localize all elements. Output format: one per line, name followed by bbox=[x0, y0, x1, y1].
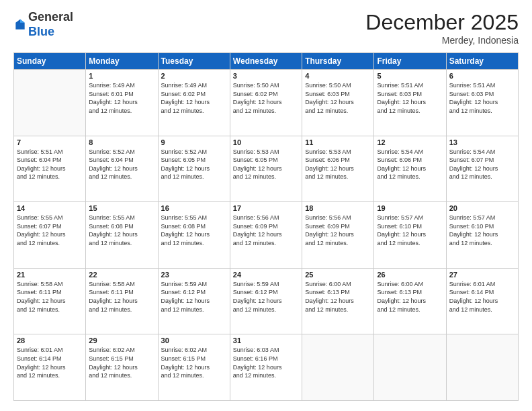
day-number: 7 bbox=[17, 138, 83, 146]
day-number: 6 bbox=[449, 72, 515, 80]
calendar-cell: 13Sunrise: 5:54 AM Sunset: 6:07 PM Dayli… bbox=[446, 136, 518, 202]
day-number: 10 bbox=[233, 138, 299, 146]
day-number: 28 bbox=[17, 336, 83, 345]
day-info: Sunrise: 5:54 AM Sunset: 6:06 PM Dayligh… bbox=[377, 148, 443, 181]
calendar-week-4: 21Sunrise: 5:58 AM Sunset: 6:11 PM Dayli… bbox=[14, 268, 519, 334]
day-number: 15 bbox=[89, 204, 154, 212]
calendar-cell: 29Sunrise: 6:02 AM Sunset: 6:15 PM Dayli… bbox=[86, 334, 158, 401]
day-info: Sunrise: 5:56 AM Sunset: 6:09 PM Dayligh… bbox=[305, 214, 371, 247]
day-number: 11 bbox=[305, 138, 371, 146]
day-info: Sunrise: 5:58 AM Sunset: 6:11 PM Dayligh… bbox=[89, 280, 154, 314]
day-info: Sunrise: 5:55 AM Sunset: 6:08 PM Dayligh… bbox=[89, 214, 154, 247]
calendar-cell: 19Sunrise: 5:57 AM Sunset: 6:10 PM Dayli… bbox=[374, 202, 446, 269]
day-header-wednesday: Wednesday bbox=[230, 53, 302, 70]
header: General Blue December 2025 Merdey, Indon… bbox=[13, 10, 519, 46]
day-info: Sunrise: 5:51 AM Sunset: 6:04 PM Dayligh… bbox=[17, 148, 83, 181]
day-info: Sunrise: 5:59 AM Sunset: 6:12 PM Dayligh… bbox=[233, 280, 299, 314]
day-number: 29 bbox=[89, 336, 154, 345]
location: Merdey, Indonesia bbox=[365, 35, 519, 46]
calendar-week-3: 14Sunrise: 5:55 AM Sunset: 6:07 PM Dayli… bbox=[14, 202, 519, 269]
day-number: 27 bbox=[449, 271, 515, 279]
day-number: 26 bbox=[377, 271, 443, 279]
day-number: 9 bbox=[161, 138, 227, 146]
day-info: Sunrise: 5:57 AM Sunset: 6:10 PM Dayligh… bbox=[377, 214, 443, 247]
calendar-cell: 16Sunrise: 5:55 AM Sunset: 6:08 PM Dayli… bbox=[158, 202, 230, 269]
calendar-cell: 11Sunrise: 5:53 AM Sunset: 6:06 PM Dayli… bbox=[302, 136, 374, 202]
calendar-cell bbox=[374, 334, 446, 401]
calendar-cell: 8Sunrise: 5:52 AM Sunset: 6:04 PM Daylig… bbox=[86, 136, 158, 202]
day-info: Sunrise: 5:55 AM Sunset: 6:08 PM Dayligh… bbox=[161, 214, 227, 247]
day-number: 4 bbox=[305, 72, 371, 80]
day-info: Sunrise: 5:57 AM Sunset: 6:10 PM Dayligh… bbox=[449, 214, 515, 247]
day-header-tuesday: Tuesday bbox=[158, 53, 230, 70]
calendar-week-1: 1Sunrise: 5:49 AM Sunset: 6:01 PM Daylig… bbox=[14, 70, 519, 136]
day-info: Sunrise: 5:52 AM Sunset: 6:04 PM Dayligh… bbox=[89, 148, 154, 181]
day-info: Sunrise: 5:50 AM Sunset: 6:02 PM Dayligh… bbox=[233, 81, 299, 115]
calendar-cell: 7Sunrise: 5:51 AM Sunset: 6:04 PM Daylig… bbox=[14, 136, 86, 202]
day-info: Sunrise: 5:50 AM Sunset: 6:03 PM Dayligh… bbox=[305, 81, 371, 115]
day-number: 2 bbox=[161, 72, 227, 80]
calendar-cell: 6Sunrise: 5:51 AM Sunset: 6:03 PM Daylig… bbox=[446, 70, 518, 136]
day-number: 3 bbox=[233, 72, 299, 80]
day-info: Sunrise: 6:00 AM Sunset: 6:13 PM Dayligh… bbox=[305, 280, 371, 314]
calendar-cell: 12Sunrise: 5:54 AM Sunset: 6:06 PM Dayli… bbox=[374, 136, 446, 202]
day-info: Sunrise: 6:02 AM Sunset: 6:15 PM Dayligh… bbox=[161, 346, 227, 379]
day-info: Sunrise: 5:56 AM Sunset: 6:09 PM Dayligh… bbox=[233, 214, 299, 247]
day-number: 13 bbox=[449, 138, 515, 146]
calendar-cell: 26Sunrise: 6:00 AM Sunset: 6:13 PM Dayli… bbox=[374, 268, 446, 334]
day-info: Sunrise: 5:52 AM Sunset: 6:05 PM Dayligh… bbox=[161, 148, 227, 181]
day-info: Sunrise: 5:58 AM Sunset: 6:11 PM Dayligh… bbox=[17, 280, 83, 314]
calendar-cell: 4Sunrise: 5:50 AM Sunset: 6:03 PM Daylig… bbox=[302, 70, 374, 136]
day-info: Sunrise: 5:59 AM Sunset: 6:12 PM Dayligh… bbox=[161, 280, 227, 314]
day-header-monday: Monday bbox=[86, 53, 158, 70]
day-number: 8 bbox=[89, 138, 154, 146]
calendar-table: SundayMondayTuesdayWednesdayThursdayFrid… bbox=[13, 52, 519, 401]
calendar-cell: 14Sunrise: 5:55 AM Sunset: 6:07 PM Dayli… bbox=[14, 202, 86, 269]
day-number: 21 bbox=[17, 271, 83, 279]
day-number: 30 bbox=[161, 336, 227, 345]
calendar-cell: 18Sunrise: 5:56 AM Sunset: 6:09 PM Dayli… bbox=[302, 202, 374, 269]
day-info: Sunrise: 5:49 AM Sunset: 6:02 PM Dayligh… bbox=[161, 81, 227, 115]
calendar-cell bbox=[302, 334, 374, 401]
day-header-saturday: Saturday bbox=[446, 53, 518, 70]
day-number: 16 bbox=[161, 204, 227, 212]
logo-blue-text: Blue bbox=[28, 25, 54, 38]
month-year: December 2025 bbox=[365, 10, 519, 35]
day-number: 24 bbox=[233, 271, 299, 279]
day-info: Sunrise: 5:53 AM Sunset: 6:06 PM Dayligh… bbox=[305, 148, 371, 181]
day-number: 23 bbox=[161, 271, 227, 279]
page: General Blue December 2025 Merdey, Indon… bbox=[0, 0, 532, 411]
day-info: Sunrise: 5:49 AM Sunset: 6:01 PM Dayligh… bbox=[89, 81, 154, 115]
calendar-header-row: SundayMondayTuesdayWednesdayThursdayFrid… bbox=[14, 53, 519, 70]
day-number: 12 bbox=[377, 138, 443, 146]
calendar-cell: 28Sunrise: 6:01 AM Sunset: 6:14 PM Dayli… bbox=[14, 334, 86, 401]
logo-icon bbox=[13, 18, 27, 32]
calendar-cell: 30Sunrise: 6:02 AM Sunset: 6:15 PM Dayli… bbox=[158, 334, 230, 401]
calendar-cell: 20Sunrise: 5:57 AM Sunset: 6:10 PM Dayli… bbox=[446, 202, 518, 269]
calendar-cell: 5Sunrise: 5:51 AM Sunset: 6:03 PM Daylig… bbox=[374, 70, 446, 136]
calendar-week-2: 7Sunrise: 5:51 AM Sunset: 6:04 PM Daylig… bbox=[14, 136, 519, 202]
day-info: Sunrise: 5:51 AM Sunset: 6:03 PM Dayligh… bbox=[377, 81, 443, 115]
calendar-cell: 21Sunrise: 5:58 AM Sunset: 6:11 PM Dayli… bbox=[14, 268, 86, 334]
day-number: 25 bbox=[305, 271, 371, 279]
day-number: 5 bbox=[377, 72, 443, 80]
calendar-week-5: 28Sunrise: 6:01 AM Sunset: 6:14 PM Dayli… bbox=[14, 334, 519, 401]
day-info: Sunrise: 5:51 AM Sunset: 6:03 PM Dayligh… bbox=[449, 81, 515, 115]
calendar-cell: 25Sunrise: 6:00 AM Sunset: 6:13 PM Dayli… bbox=[302, 268, 374, 334]
calendar-cell: 24Sunrise: 5:59 AM Sunset: 6:12 PM Dayli… bbox=[230, 268, 302, 334]
calendar-cell: 27Sunrise: 6:01 AM Sunset: 6:14 PM Dayli… bbox=[446, 268, 518, 334]
calendar-cell: 31Sunrise: 6:03 AM Sunset: 6:16 PM Dayli… bbox=[230, 334, 302, 401]
day-info: Sunrise: 5:54 AM Sunset: 6:07 PM Dayligh… bbox=[449, 148, 515, 181]
day-info: Sunrise: 6:01 AM Sunset: 6:14 PM Dayligh… bbox=[449, 280, 515, 314]
calendar-cell: 10Sunrise: 5:53 AM Sunset: 6:05 PM Dayli… bbox=[230, 136, 302, 202]
calendar-cell: 3Sunrise: 5:50 AM Sunset: 6:02 PM Daylig… bbox=[230, 70, 302, 136]
logo-general-text: General bbox=[28, 10, 73, 24]
day-header-thursday: Thursday bbox=[302, 53, 374, 70]
day-number: 17 bbox=[233, 204, 299, 212]
logo: General Blue bbox=[13, 10, 73, 39]
day-number: 20 bbox=[449, 204, 515, 212]
day-info: Sunrise: 6:01 AM Sunset: 6:14 PM Dayligh… bbox=[17, 346, 83, 379]
day-number: 14 bbox=[17, 204, 83, 212]
day-header-sunday: Sunday bbox=[14, 53, 86, 70]
calendar-cell: 17Sunrise: 5:56 AM Sunset: 6:09 PM Dayli… bbox=[230, 202, 302, 269]
